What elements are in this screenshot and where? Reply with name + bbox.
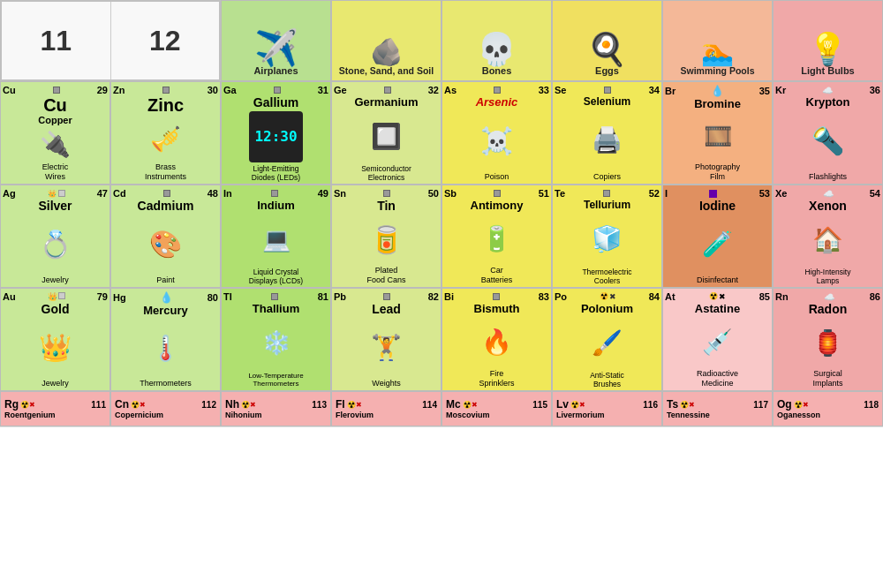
cu-use: ElectricWires — [42, 162, 69, 182]
element-ag: Ag 👑 47 Silver 💍 Jewelry — [0, 185, 110, 288]
element-nh: Nh ☢️✖ 113 Nihonium — [221, 391, 331, 426]
cu-icon: 🔌 — [40, 125, 71, 162]
group-12: 12 — [111, 2, 220, 79]
airplanes-label: Airplanes — [253, 65, 298, 77]
kr-use: Flashlights — [809, 172, 847, 182]
mc-name: Moscovium — [446, 411, 547, 419]
element-mc: Mc ☢️✖ 115 Moscovium — [442, 391, 552, 426]
element-in: In 49 Indium 💻 Liquid CrystalDisplays (L… — [221, 185, 331, 288]
element-pb: Pb 82 Lead 🏋️ Weights — [331, 288, 442, 391]
cu-name: Copper — [38, 115, 72, 125]
element-sn: Sn 50 Tin 🥫 PlatedFood Cans — [331, 185, 442, 288]
top-item-stone: 🪨 Stone, Sand, and Soil — [331, 0, 442, 81]
group-numbers: 11 12 — [0, 0, 221, 81]
top-item-bones: 💀 Bones — [442, 0, 552, 81]
og-name: Oganesson — [777, 411, 879, 419]
element-po: Po ☢️✖ 84 Polonium 🖌️ Anti-StaticBrushes — [552, 288, 662, 391]
element-cd: Cd 48 Cadmium 🎨 Paint — [110, 185, 221, 288]
element-hg: Hg 💧 80 Mercury 🌡️ Thermometers — [110, 288, 221, 391]
bones-icon: 💀 — [477, 34, 517, 65]
cu-symbol: Cu — [3, 85, 16, 95]
lightbulbs-icon: 💡 — [808, 34, 848, 65]
element-tl: Tl 81 Thallium ❄️ Low-TemperatureThermom… — [221, 288, 331, 391]
cn-name: Copernicium — [115, 411, 216, 419]
element-bi: Bi 83 Bismuth 🔥 FireSprinklers — [442, 288, 552, 391]
cu-number: 29 — [97, 85, 108, 95]
element-te: Te 52 Tellurium 🧊 ThermoelectricCoolers — [552, 185, 662, 288]
element-au: Au 👑 79 Gold 👑 Jewelry — [0, 288, 110, 391]
element-ts: Ts ☢️✖ 117 Tennessine — [662, 391, 773, 426]
eggs-icon: 🍳 — [587, 34, 627, 65]
ts-name: Tennessine — [667, 411, 768, 419]
element-cn: Cn ☢️✖ 112 Copernicium — [110, 391, 221, 426]
airplanes-icon: ✈️ — [254, 30, 298, 65]
eggs-label: Eggs — [595, 65, 619, 77]
element-row-1: Cu 29 Cu Copper 🔌 ElectricWires Zn 30 Zi… — [0, 81, 883, 185]
stone-icon: 🪨 — [370, 39, 403, 65]
bones-label: Bones — [482, 65, 512, 77]
top-row: 11 12 ✈️ Airplanes 🪨 Stone, Sand, and So… — [0, 0, 883, 81]
element-row-2: Ag 👑 47 Silver 💍 Jewelry Cd 48 Cadmium 🎨… — [0, 185, 883, 288]
top-item-pools: 🏊 Swimming Pools — [662, 0, 773, 81]
rg-name: Roentgenium — [4, 411, 106, 419]
element-sb: Sb 51 Antimony 🔋 CarBatteries — [442, 185, 552, 288]
fl-name: Flerovium — [336, 411, 437, 419]
element-og: Og ☢️✖ 118 Oganesson — [773, 391, 883, 426]
element-cu: Cu 29 Cu Copper 🔌 ElectricWires — [0, 81, 110, 185]
element-rn: Rn ☁️ 86 Radon 🏮 SurgicalImplants — [773, 288, 883, 391]
element-ga: Ga 31 Gallium 12:30 Light-EmittingDiodes… — [221, 81, 331, 185]
lv-name: Livermorium — [556, 411, 658, 419]
spacer — [0, 426, 883, 588]
element-kr: Kr ☁️ 36 Krypton 🔦 Flashlights — [773, 81, 883, 185]
element-br: Br 💧 35 Bromine 🎞️ PhotographyFilm — [662, 81, 773, 185]
lightbulbs-label: Light Bulbs — [801, 65, 855, 77]
element-rg: Rg ☢️✖ 111 Roentgenium — [0, 391, 110, 426]
pools-label: Swimming Pools — [680, 65, 754, 77]
cu-sym-large: Cu — [43, 96, 67, 114]
element-fl: Fl ☢️✖ 114 Flerovium — [331, 391, 442, 426]
element-zn: Zn 30 Zinc 🎺 BrassInstruments — [110, 81, 221, 185]
top-item-airplanes: ✈️ Airplanes — [221, 0, 331, 81]
stone-label: Stone, Sand, and Soil — [339, 65, 434, 77]
element-row-3: Au 👑 79 Gold 👑 Jewelry Hg 💧 80 Mercury 🌡… — [0, 288, 883, 391]
nh-name: Nihonium — [225, 411, 327, 419]
top-item-lightbulbs: 💡 Light Bulbs — [773, 0, 883, 81]
element-lv: Lv ☢️✖ 116 Livermorium — [552, 391, 662, 426]
element-at: At ☢️✖ 85 Astatine 💉 RadioactiveMedicine — [662, 288, 773, 391]
element-i: I 53 Iodine 🧪 Disinfectant — [662, 185, 773, 288]
element-se: Se 34 Selenium 🖨️ Copiers — [552, 81, 662, 185]
element-as: As 33 Arsenic ☠️ Poison — [442, 81, 552, 185]
pools-icon: 🏊 — [701, 39, 734, 65]
bottom-row: Rg ☢️✖ 111 Roentgenium Cn ☢️✖ 112 Copern… — [0, 391, 883, 426]
top-item-eggs: 🍳 Eggs — [552, 0, 662, 81]
group-11: 11 — [2, 2, 111, 79]
element-ge: Ge 32 Germanium 🔲 SemiconductorElectroni… — [331, 81, 442, 185]
element-xe: Xe ☁️ 54 Xenon 🏠 High-IntensityLamps — [773, 185, 883, 288]
